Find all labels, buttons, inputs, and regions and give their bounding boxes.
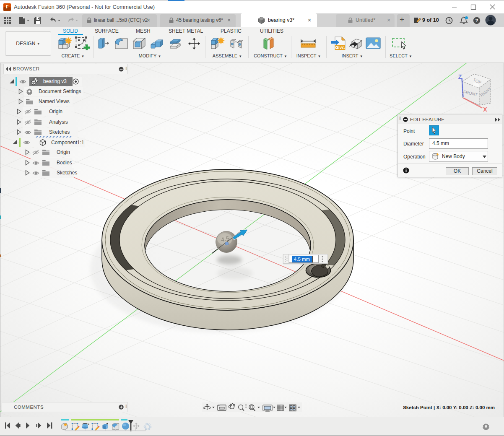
svg-text:?: ? (475, 18, 478, 23)
svg-text:X: X (483, 106, 487, 113)
svg-text:Z: Z (458, 73, 462, 80)
svg-text:F: F (6, 4, 9, 9)
